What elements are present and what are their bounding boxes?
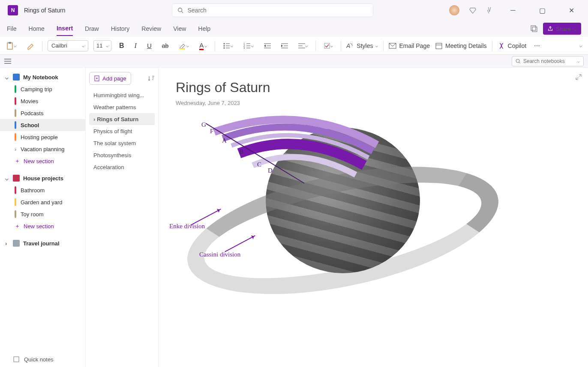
- section-color: [15, 121, 16, 129]
- ring-label-g: G: [201, 121, 206, 128]
- page-item[interactable]: Physics of flight: [89, 125, 155, 137]
- notebook-my-notebook[interactable]: ⌵My Notebook: [0, 71, 85, 83]
- notebook-label: Travel journal: [23, 240, 60, 247]
- menu-view[interactable]: View: [173, 22, 186, 36]
- sort-icon[interactable]: [148, 75, 155, 82]
- outdent-button[interactable]: [261, 40, 273, 52]
- expand-icon[interactable]: [575, 74, 582, 81]
- minimize-button[interactable]: ─: [503, 3, 523, 17]
- font-size-input[interactable]: 11⌵: [93, 40, 111, 51]
- font-color-button[interactable]: A⌵: [197, 40, 210, 52]
- format-painter-button[interactable]: [24, 40, 37, 52]
- new-section-button[interactable]: ＋New section: [0, 155, 85, 167]
- menu-file[interactable]: File: [7, 22, 17, 36]
- strikethrough-button[interactable]: ab: [159, 40, 171, 52]
- section-camping-trip[interactable]: Camping trip: [0, 83, 85, 95]
- section-vacation-planning[interactable]: ›Vacation planning: [0, 143, 85, 155]
- more-button[interactable]: ⋯: [531, 40, 543, 52]
- page-item[interactable]: The solar system: [89, 137, 155, 149]
- sub-titlebar: Search notebooks ⌵: [0, 55, 588, 68]
- number-list-button[interactable]: 123⌵: [241, 40, 256, 52]
- bold-button[interactable]: B: [117, 40, 127, 52]
- styles-button[interactable]: AStyles⌵: [346, 42, 378, 50]
- menu-review[interactable]: Review: [141, 22, 161, 36]
- titlebar: N Rings of Saturn Search ─ ▢ ✕: [0, 0, 588, 21]
- section-garden-and-yard[interactable]: Garden and yard: [0, 196, 85, 208]
- ring-label-d: D: [268, 167, 273, 174]
- highlight-button[interactable]: ⌵: [176, 40, 192, 52]
- section-movies[interactable]: Movies: [0, 95, 85, 107]
- note-title[interactable]: Rings of Saturn: [176, 80, 571, 95]
- tag-button[interactable]: ⌵: [321, 40, 336, 52]
- notebook-travel-journal[interactable]: ›Travel journal: [0, 237, 85, 249]
- hamburger-icon[interactable]: [4, 58, 11, 64]
- window-title: Rings of Saturn: [24, 7, 66, 14]
- menu-history[interactable]: History: [111, 22, 130, 36]
- email-page-button[interactable]: Email Page: [389, 42, 430, 49]
- avatar[interactable]: [449, 5, 459, 15]
- ring-label-c: C: [257, 161, 261, 168]
- page-title: Photosynthesis: [93, 152, 131, 158]
- page-title: Accelaration: [93, 164, 124, 170]
- note-canvas[interactable]: Rings of Saturn Wednesday, June 7, 2023 …: [159, 68, 588, 367]
- menu-draw[interactable]: Draw: [85, 22, 99, 36]
- new-section-button[interactable]: ＋New section: [0, 220, 85, 232]
- plus-icon: ＋: [15, 222, 20, 230]
- menu-help[interactable]: Help: [198, 22, 210, 36]
- section-school[interactable]: School: [0, 119, 85, 131]
- search-icon: [177, 7, 183, 13]
- notebook-house-projects[interactable]: ⌵House projects: [0, 172, 85, 184]
- page-item[interactable]: Weather patterns: [89, 101, 155, 113]
- svg-rect-6: [180, 48, 185, 49]
- add-page-button[interactable]: Add page: [89, 72, 131, 85]
- toolbar: ⌵ Cailbri⌵ 11⌵ B I U ab ⌵ A⌵ ⌵ 123⌵ ⌵ ⌵ …: [0, 37, 588, 55]
- close-button[interactable]: ✕: [561, 3, 581, 17]
- page-item[interactable]: Photosynthesis: [89, 149, 155, 161]
- ring-label-a: A: [222, 137, 227, 144]
- svg-text:3: 3: [243, 47, 245, 49]
- section-color: [15, 198, 16, 206]
- italic-button[interactable]: I: [132, 40, 139, 52]
- paste-button[interactable]: ⌵: [3, 40, 19, 52]
- page-title: Weather patterns: [93, 104, 136, 110]
- section-label: Toy room: [21, 211, 43, 218]
- search-notebooks-input[interactable]: Search notebooks ⌵: [512, 56, 584, 66]
- chevron-right-icon: ›: [15, 146, 16, 152]
- search-input[interactable]: Search: [172, 3, 373, 17]
- underline-button[interactable]: U: [144, 40, 154, 52]
- svg-point-0: [178, 8, 182, 12]
- menu-home[interactable]: Home: [29, 22, 45, 36]
- section-hosting-people[interactable]: Hosting people: [0, 131, 85, 143]
- font-name-input[interactable]: Cailbri⌵: [48, 40, 88, 51]
- page-item[interactable]: ›Rings of Saturn: [89, 113, 155, 125]
- menu-insert[interactable]: Insert: [57, 21, 73, 36]
- open-window-icon[interactable]: [530, 25, 538, 33]
- section-podcasts[interactable]: Podcasts: [0, 107, 85, 119]
- section-toy-room[interactable]: Toy room: [0, 208, 85, 220]
- diamond-icon[interactable]: [469, 6, 477, 14]
- ring-arcs: [206, 115, 386, 200]
- share-button[interactable]: Share ⌵: [543, 23, 581, 35]
- styles-label: Styles: [357, 42, 373, 49]
- sparkle-icon[interactable]: [486, 6, 494, 14]
- align-button[interactable]: ⌵: [296, 40, 310, 52]
- section-label: Podcasts: [21, 110, 43, 116]
- page-item[interactable]: Accelaration: [89, 161, 155, 173]
- svg-text:A: A: [346, 42, 350, 49]
- maximize-button[interactable]: ▢: [532, 3, 552, 17]
- chevron-down-icon: ⌵: [573, 22, 577, 36]
- note-date: Wednesday, June 7, 2023: [176, 100, 571, 106]
- quick-notes-button[interactable]: Quick notes: [13, 356, 54, 363]
- meeting-details-button[interactable]: Meeting Details: [435, 42, 487, 50]
- bullet-list-button[interactable]: ⌵: [220, 40, 236, 52]
- section-label: Hosting people: [21, 134, 58, 140]
- page-item[interactable]: Hummingbird wing...: [89, 89, 155, 101]
- page-title: Hummingbird wing...: [93, 92, 144, 98]
- notebook-icon: [13, 175, 20, 182]
- page-list: Add page Hummingbird wing... Weather pat…: [86, 68, 159, 367]
- indent-button[interactable]: [279, 40, 291, 52]
- section-bathroom[interactable]: Bathroom: [0, 184, 85, 196]
- copilot-button[interactable]: Copilot: [498, 42, 527, 50]
- ribbon-collapse-button[interactable]: ⌵: [577, 40, 585, 52]
- section-label: Movies: [21, 98, 38, 104]
